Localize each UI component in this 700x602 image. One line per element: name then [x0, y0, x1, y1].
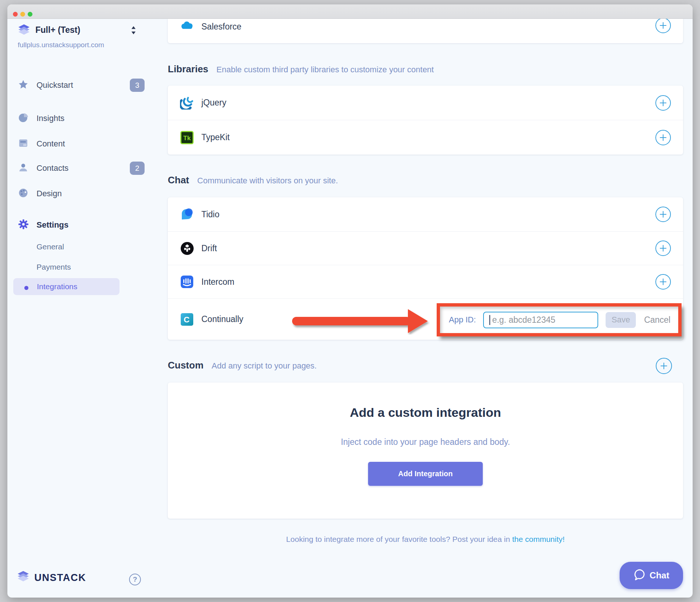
add-intercom-button[interactable]: [655, 274, 671, 290]
app-id-label: App ID:: [449, 315, 476, 325]
tidio-icon: [180, 208, 194, 221]
sidebar-item-insights[interactable]: Insights: [7, 110, 140, 127]
unstack-logo-icon: [17, 571, 30, 584]
add-tidio-button[interactable]: [655, 207, 671, 222]
sidebar-item-label: Content: [37, 139, 65, 149]
integration-row-typekit: Tk TypeKit: [168, 120, 683, 155]
sidebar-subitem-integrations-label: Integrations: [37, 282, 77, 291]
custom-card-title: Add a custom integration: [168, 405, 683, 420]
app-id-input[interactable]: [483, 312, 598, 328]
salesforce-icon: [180, 21, 194, 31]
jquery-icon: [180, 96, 194, 110]
sidebar-item-content[interactable]: Content: [7, 136, 140, 152]
libraries-card: jQuery Tk TypeKit: [168, 86, 683, 155]
document-icon: [18, 138, 28, 149]
sidebar-item-label: Contacts: [37, 163, 69, 173]
integration-row-tidio: Tidio: [168, 197, 683, 231]
sidebar-item-label: Quickstart: [37, 80, 73, 90]
chat-bubble-icon: [633, 568, 646, 582]
integration-row-label: jQuery: [201, 98, 226, 108]
app-window: Full+ (Test) fullplus.unstacksupport.com…: [7, 4, 693, 598]
star-icon: [18, 80, 28, 91]
sidebar-subitem-payments[interactable]: Payments: [37, 262, 71, 273]
sidebar-item-label: Insights: [37, 114, 65, 123]
integration-row-label: Tidio: [201, 210, 219, 219]
custom-card-subtitle: Inject code into your page headers and b…: [168, 437, 683, 447]
integration-row-label: Salesforce: [201, 22, 242, 32]
text-caret: [489, 315, 490, 325]
annotation-arrow-icon: [291, 308, 432, 336]
minimize-window-button[interactable]: [20, 12, 25, 17]
integration-row-intercom: Intercom: [168, 265, 683, 298]
person-icon: [18, 163, 28, 174]
unstack-brand: UNSTACK: [17, 571, 86, 584]
window-titlebar: [7, 4, 693, 19]
add-jquery-button[interactable]: [655, 95, 671, 111]
contacts-badge: 2: [130, 162, 145, 175]
chat-section-title: Chat: [168, 174, 189, 186]
save-button[interactable]: Save: [606, 312, 636, 328]
integration-row-label: Drift: [201, 243, 217, 253]
integration-row-jquery: jQuery: [168, 86, 683, 120]
sidebar-item-contacts[interactable]: Contacts 2: [7, 160, 140, 176]
site-name: Full+ (Test): [35, 25, 80, 35]
add-custom-script-button[interactable]: [656, 358, 672, 374]
footer-prompt-suffix: !: [562, 535, 565, 543]
site-switcher-chevron-icon[interactable]: [131, 25, 136, 37]
intercom-icon: [180, 275, 194, 288]
palette-icon: [18, 188, 28, 199]
crm-integration-card: Salesforce: [168, 18, 683, 43]
typekit-icon: Tk: [180, 131, 194, 144]
integration-row-label: Intercom: [201, 277, 234, 287]
drift-icon: [180, 242, 194, 255]
custom-integration-card: Add a custom integration Inject code int…: [168, 383, 683, 519]
site-domain: fullplus.unstacksupport.com: [18, 41, 104, 49]
cancel-button[interactable]: Cancel: [644, 315, 670, 325]
zoom-window-button[interactable]: [28, 12, 32, 17]
custom-section-subtitle: Add any script to your pages.: [212, 361, 317, 371]
sidebar-item-settings[interactable]: Settings: [7, 217, 140, 233]
footer-prompt: Looking to integrate more of your favori…: [168, 535, 683, 544]
sidebar-item-design[interactable]: Design: [7, 186, 140, 202]
chat-section-subtitle: Communicate with visitors on your site.: [197, 176, 338, 186]
svg-text:C: C: [184, 315, 190, 324]
integration-row-label: TypeKit: [201, 132, 230, 142]
continually-icon: C: [180, 313, 194, 326]
libraries-section-subtitle: Enable custom third party libraries to c…: [216, 65, 434, 75]
custom-section-title: Custom: [168, 360, 204, 371]
chat-widget-label: Chat: [649, 570, 669, 581]
footer-prompt-text: Looking to integrate more of your favori…: [286, 535, 512, 543]
unstack-brand-name: UNSTACK: [34, 572, 86, 584]
active-dot-icon: [24, 286, 28, 290]
help-button[interactable]: ?: [129, 574, 141, 585]
close-window-button[interactable]: [13, 12, 18, 17]
pie-chart-icon: [18, 113, 28, 124]
gear-icon: [18, 219, 28, 231]
community-link[interactable]: the community: [512, 535, 563, 543]
add-typekit-button[interactable]: [655, 130, 671, 145]
site-logo-icon: [18, 24, 30, 38]
libraries-section-title: Libraries: [168, 63, 208, 75]
integration-row-label: Continually: [201, 314, 243, 324]
chat-widget-button[interactable]: Chat: [620, 562, 683, 589]
sidebar-subitem-general[interactable]: General: [37, 241, 64, 252]
add-salesforce-button[interactable]: [655, 18, 671, 33]
add-integration-button[interactable]: Add Integration: [368, 462, 483, 486]
sidebar-item-quickstart[interactable]: Quickstart 3: [7, 77, 140, 93]
svg-text:Tk: Tk: [183, 135, 191, 142]
add-drift-button[interactable]: [655, 241, 671, 256]
quickstart-badge: 3: [130, 79, 145, 92]
sidebar-item-label: Design: [37, 189, 62, 198]
sidebar-item-label: Settings: [37, 220, 69, 230]
annotation-highlight-rect: App ID: Save Cancel: [437, 303, 682, 336]
integration-row-drift: Drift: [168, 231, 683, 265]
